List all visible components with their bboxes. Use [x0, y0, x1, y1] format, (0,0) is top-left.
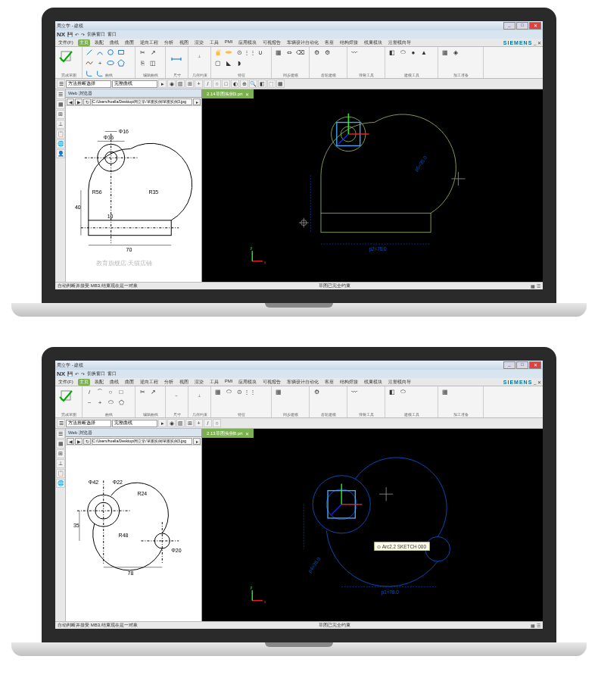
- menu-tools-2[interactable]: 工具: [208, 379, 220, 386]
- maximize-button[interactable]: □: [516, 22, 528, 30]
- pattern-icon[interactable]: ⋮⋮: [245, 48, 254, 57]
- ri2-rv[interactable]: ⬭: [224, 387, 233, 396]
- polygon-icon[interactable]: [117, 58, 126, 67]
- menu-visreport-2[interactable]: 可视报告: [261, 379, 282, 386]
- curve-filter-dropdown-2[interactable]: [112, 420, 157, 427]
- vt-asm-2[interactable]: ⊞: [56, 449, 65, 458]
- menu-visreport[interactable]: 可视报告: [261, 39, 282, 46]
- curve-filter-dropdown[interactable]: [112, 80, 157, 88]
- blend-icon[interactable]: ◗: [235, 58, 244, 67]
- qa-undo-icon[interactable]: ↶: [75, 32, 79, 37]
- vt-nav[interactable]: ☰: [56, 90, 65, 99]
- resize-icon[interactable]: ⇔: [285, 48, 294, 57]
- menu-harness-2[interactable]: 线束模块: [363, 379, 384, 386]
- qa-redo-icon-2[interactable]: ↷: [81, 371, 85, 377]
- extrude-icon[interactable]: [213, 48, 223, 57]
- qa-window-2[interactable]: 窗口: [107, 370, 117, 377]
- ri2-6[interactable]: +: [95, 398, 104, 407]
- circle-icon[interactable]: [106, 48, 115, 57]
- vt-role[interactable]: 👤: [56, 149, 65, 158]
- ri2-dim[interactable]: ↔: [168, 387, 185, 404]
- menu-harness[interactable]: 线束模块: [363, 39, 384, 46]
- point-icon[interactable]: +: [95, 58, 104, 67]
- menu-analysis[interactable]: 分析: [163, 39, 175, 46]
- menu-vehicle-2[interactable]: 车辆设计自动化: [285, 379, 320, 386]
- menu-file-2[interactable]: 文件(F): [57, 379, 75, 386]
- menu-button[interactable]: ☰: [57, 80, 65, 88]
- cube-icon[interactable]: ◧: [388, 48, 397, 57]
- menu-weld[interactable]: 结构焊接: [338, 39, 360, 46]
- ri2-ho[interactable]: ⊙: [235, 387, 244, 396]
- url-refresh-2[interactable]: ↻: [83, 438, 91, 445]
- 3d-viewport[interactable]: 2.14草图实例3.prt ✕: [202, 89, 543, 282]
- tb-3[interactable]: ▥: [176, 80, 185, 88]
- menu-mold-2[interactable]: 注塑模向导: [387, 379, 413, 386]
- ri2-p1[interactable]: ▦: [441, 387, 450, 396]
- tb2-5[interactable]: +: [195, 419, 203, 427]
- ri2-5[interactable]: ~: [85, 398, 94, 407]
- qa-save-icon[interactable]: 💾: [67, 32, 73, 37]
- ri2-gr[interactable]: ⚙: [312, 387, 321, 396]
- prep1-icon[interactable]: ▦: [441, 48, 450, 57]
- revolve-icon[interactable]: [224, 48, 233, 57]
- menu-surface-2[interactable]: 曲面: [123, 379, 135, 386]
- url-go[interactable]: ▸: [193, 98, 201, 105]
- app-close-2[interactable]: ✕: [537, 380, 541, 385]
- ri2-ex[interactable]: ▦: [213, 387, 223, 396]
- tb-2[interactable]: ◉: [167, 80, 176, 88]
- 3d-viewport-2[interactable]: 2.13草图实例8.prt ✕: [202, 429, 543, 621]
- app-close[interactable]: ✕: [537, 41, 541, 45]
- url-fwd-2[interactable]: ▶: [75, 438, 83, 445]
- ri2-3[interactable]: ○: [106, 387, 115, 396]
- offset-icon[interactable]: ⎘: [138, 58, 147, 67]
- arc-icon[interactable]: [95, 48, 104, 57]
- ri2-8[interactable]: ⬠: [117, 398, 126, 407]
- minimize-button-2[interactable]: _: [503, 361, 515, 369]
- menu-home-2[interactable]: 主页: [78, 379, 90, 386]
- vt-part-2[interactable]: ▦: [56, 439, 65, 448]
- menu-vehicle[interactable]: 车辆设计自动化: [285, 39, 320, 46]
- url-input-2[interactable]: [92, 438, 192, 445]
- viewport-tab-2[interactable]: 2.13草图实例8.prt ✕: [202, 429, 254, 438]
- menu-pmi[interactable]: PMI: [223, 39, 235, 46]
- vt-web[interactable]: 🌐: [56, 139, 65, 148]
- vt-const[interactable]: ⊥: [56, 120, 65, 129]
- spring-icon[interactable]: 〰: [350, 48, 359, 57]
- extend-icon[interactable]: ↗: [148, 48, 157, 57]
- vt-hist[interactable]: 📋: [56, 130, 65, 139]
- menu-file[interactable]: 文件(F): [57, 39, 75, 46]
- close-button[interactable]: ✕: [529, 22, 541, 30]
- tb-7[interactable]: ○: [213, 80, 221, 88]
- draft-icon[interactable]: ◣: [224, 58, 233, 67]
- vt-nav-2[interactable]: ☰: [56, 430, 65, 439]
- tb-9[interactable]: ◐: [231, 80, 239, 88]
- menu-weld-2[interactable]: 结构焊接: [338, 379, 360, 386]
- tb-4[interactable]: ⊞: [185, 80, 194, 88]
- cone-icon[interactable]: ▲: [419, 48, 428, 57]
- viewport-tab[interactable]: 2.14草图实例3.prt ✕: [202, 89, 254, 98]
- tb-5[interactable]: +: [195, 80, 203, 88]
- ri2-mf[interactable]: ▦: [274, 387, 283, 396]
- url-back-2[interactable]: ◀: [67, 438, 74, 445]
- sphere-icon[interactable]: ●: [409, 48, 418, 57]
- menu-view[interactable]: 视图: [178, 39, 190, 46]
- prep2-icon[interactable]: ◈: [451, 48, 460, 57]
- tab-close-icon-2[interactable]: ✕: [245, 431, 249, 436]
- ri2-1[interactable]: /: [85, 387, 94, 396]
- tb-11[interactable]: 🔍: [249, 80, 257, 88]
- menu-button-2[interactable]: ☰: [57, 419, 65, 427]
- menu-reverse[interactable]: 逆向工程: [139, 39, 160, 46]
- qa-switch[interactable]: 切换窗口: [87, 31, 105, 38]
- menu-view-2[interactable]: 视图: [178, 379, 190, 386]
- url-go-2[interactable]: ▸: [193, 438, 201, 445]
- menu-app-2[interactable]: 应用模块: [237, 379, 258, 386]
- rect-icon[interactable]: [117, 48, 126, 57]
- menu-tools[interactable]: 工具: [208, 39, 220, 46]
- ri2-7[interactable]: ⬭: [106, 398, 115, 407]
- finish-sketch-button-2[interactable]: [58, 387, 74, 404]
- qa-undo-icon-2[interactable]: ↶: [75, 371, 79, 377]
- menu-reverse-2[interactable]: 逆向工程: [139, 379, 160, 386]
- menu-app[interactable]: 应用模块: [237, 39, 258, 46]
- menu-mold[interactable]: 注塑模向导: [387, 39, 413, 46]
- qa-window[interactable]: 窗口: [107, 31, 117, 38]
